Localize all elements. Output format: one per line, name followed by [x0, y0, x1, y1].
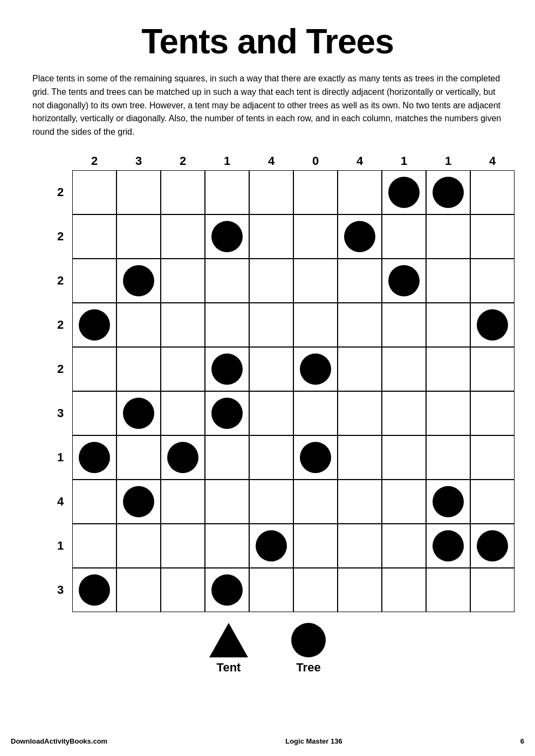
footer-center: Logic Master 136	[285, 737, 342, 745]
grid-cell-7-0	[72, 480, 116, 524]
grid-cell-8-2	[161, 524, 205, 568]
tree-circle-icon	[123, 486, 154, 517]
grid-cell-4-7	[382, 347, 426, 391]
col-header-6: 4	[338, 154, 382, 170]
grid-cell-5-9	[470, 391, 515, 435]
col-header-9: 4	[470, 154, 515, 170]
grid-cell-9-6	[338, 568, 382, 612]
tree-circle-icon	[433, 530, 464, 561]
grid-cell-9-8	[426, 568, 470, 612]
grid-cell-1-6	[338, 214, 382, 259]
grid-cell-6-8	[426, 435, 470, 480]
grid-cell-8-4	[249, 524, 293, 568]
grid-cell-6-5	[293, 435, 338, 480]
grid-cell-0-9	[470, 170, 515, 214]
row-label-8: 1	[49, 539, 72, 553]
grid-cell-0-6	[338, 170, 382, 214]
footer: DownloadActivityBooks.com Logic Master 1…	[0, 737, 535, 745]
grid-cell-2-5	[293, 259, 338, 303]
grid-cell-4-8	[426, 347, 470, 391]
col-header-1: 3	[116, 154, 161, 170]
grid-cell-7-1	[116, 480, 161, 524]
grid-cell-3-9	[470, 303, 515, 347]
row-label-0: 2	[49, 185, 72, 199]
grid-cell-4-1	[116, 347, 161, 391]
grid-cell-9-4	[249, 568, 293, 612]
grid-cell-1-4	[249, 214, 293, 259]
page-title: Tents and Trees	[32, 22, 503, 61]
grid-cell-7-5	[293, 480, 338, 524]
grid-cell-2-4	[249, 259, 293, 303]
grid-cell-7-8	[426, 480, 470, 524]
grid-cell-3-0	[72, 303, 116, 347]
tree-circle-icon	[256, 530, 287, 561]
tree-circle-icon	[433, 177, 464, 208]
tree-circle-icon	[388, 265, 420, 296]
grid-row-6: 1	[49, 435, 515, 480]
tree-circle-icon	[167, 442, 198, 473]
grid-cell-1-0	[72, 214, 116, 259]
tree-label: Tree	[296, 661, 320, 675]
grid-cell-8-1	[116, 524, 161, 568]
grid-cell-6-9	[470, 435, 515, 480]
grid-cell-9-7	[382, 568, 426, 612]
grid-cell-5-7	[382, 391, 426, 435]
puzzle-area: 2321404114 2222231413	[49, 154, 503, 612]
grid-cell-5-1	[116, 391, 161, 435]
grid-row-1: 2	[49, 214, 515, 259]
grid-cell-5-2	[161, 391, 205, 435]
grid-cell-7-3	[205, 480, 249, 524]
tree-circle-icon	[79, 574, 110, 606]
grid-cell-8-8	[426, 524, 470, 568]
grid-cell-1-8	[426, 214, 470, 259]
grid-cell-4-4	[249, 347, 293, 391]
row-label-1: 2	[49, 230, 72, 244]
col-header-0: 2	[72, 154, 116, 170]
grid-cell-0-3	[205, 170, 249, 214]
grid-cell-3-6	[338, 303, 382, 347]
tree-circle-icon	[388, 177, 420, 208]
row-label-5: 3	[49, 406, 72, 420]
tree-circle-icon	[79, 442, 110, 473]
col-header-4: 4	[249, 154, 293, 170]
footer-right: 6	[520, 737, 524, 745]
col-header-8: 1	[426, 154, 470, 170]
grid-cell-9-9	[470, 568, 515, 612]
row-label-6: 1	[49, 450, 72, 464]
column-headers: 2321404114	[72, 154, 515, 170]
grid-cell-4-6	[338, 347, 382, 391]
col-header-7: 1	[382, 154, 426, 170]
grid-cell-8-9	[470, 524, 515, 568]
row-label-3: 2	[49, 318, 72, 332]
grid-cell-5-4	[249, 391, 293, 435]
tree-circle-icon	[123, 265, 154, 296]
grid-cell-6-4	[249, 435, 293, 480]
grid-cell-7-6	[338, 480, 382, 524]
grid-row-9: 3	[49, 568, 515, 612]
row-label-4: 2	[49, 362, 72, 376]
grid-cell-3-7	[382, 303, 426, 347]
legend: Tent Tree	[32, 623, 503, 675]
grid-row-7: 4	[49, 480, 515, 524]
grid-row-5: 3	[49, 391, 515, 435]
grid-cell-2-9	[470, 259, 515, 303]
grid-cell-9-2	[161, 568, 205, 612]
grid-cell-9-1	[116, 568, 161, 612]
tree-circle-icon	[123, 398, 154, 429]
grid-cell-3-1	[116, 303, 161, 347]
grid-cell-7-7	[382, 480, 426, 524]
tree-circle-icon	[344, 221, 375, 252]
tent-triangle	[209, 623, 248, 657]
grid-cell-5-3	[205, 391, 249, 435]
grid-cell-3-4	[249, 303, 293, 347]
grid-cell-8-6	[338, 524, 382, 568]
grid-cell-6-2	[161, 435, 205, 480]
grid-cell-9-3	[205, 568, 249, 612]
grid-cell-0-7	[382, 170, 426, 214]
grid-cell-3-3	[205, 303, 249, 347]
grid-rows: 2222231413	[49, 170, 515, 612]
grid-cell-0-8	[426, 170, 470, 214]
grid-row-0: 2	[49, 170, 515, 214]
col-header-5: 0	[293, 154, 338, 170]
grid-cell-1-1	[116, 214, 161, 259]
